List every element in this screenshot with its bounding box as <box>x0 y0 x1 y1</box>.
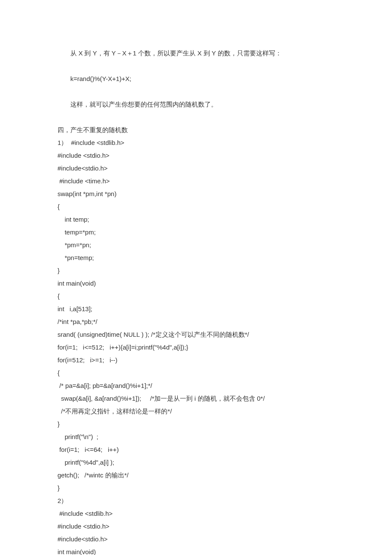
code-line: *pm=*pn; <box>58 239 337 251</box>
code-line: 四，产生不重复的随机数 <box>58 124 337 136</box>
code-line: swap(&a[i], &a[rand()%i+1]); /*加一是从一到 i … <box>58 392 337 405</box>
code-line: /*不用再定义指针，这样结论是一样的*/ <box>58 405 337 418</box>
code-line: printf("%4d",a[i] ); <box>58 456 337 469</box>
code-line: { <box>58 367 337 379</box>
code-line: #include<stdio.h> <box>58 533 337 546</box>
code-line: } <box>58 264 337 277</box>
code-line: getch(); /*wintc 的输出*/ <box>58 469 337 482</box>
code-line: #include <time.h> <box>58 175 337 188</box>
code-line: for(i=1; i<=512; i++){a[i]=i;printf("%4d… <box>58 341 337 354</box>
code-line: swap(int *pm,int *pn) <box>58 188 337 200</box>
blank-line <box>58 60 337 72</box>
code-line: /*int *pa,*pb;*/ <box>58 315 337 328</box>
code-line: temp=*pm; <box>58 226 337 239</box>
paragraph-1: 从 X 到 Y，有 Y－X＋1 个数，所以要产生从 X 到 Y 的数，只需要这样… <box>58 47 337 60</box>
code-line: int temp; <box>58 213 337 226</box>
code-line: } <box>58 482 337 494</box>
code-line: int main(void) <box>58 277 337 290</box>
code-line: /* pa=&a[i]; pb=&a[rand()%i+1];*/ <box>58 379 337 392</box>
code-line: *pn=temp; <box>58 251 337 264</box>
code-line: int i,a[513]; <box>58 303 337 315</box>
blank-line <box>58 111 337 124</box>
document-page: 从 X 到 Y，有 Y－X＋1 个数，所以要产生从 X 到 Y 的数，只需要这样… <box>0 0 392 555</box>
code-line: for(i=512; i>=1; i--) <box>58 354 337 367</box>
code-line: } <box>58 418 337 431</box>
code-line: #include<stdio.h> <box>58 162 337 175</box>
code-line: #include <stdio.h> <box>58 520 337 533</box>
code-line: { <box>58 290 337 303</box>
code-line: srand( (unsigned)time( NULL ) ); /*定义这个可… <box>58 328 337 341</box>
blank-line <box>58 85 337 98</box>
code-line: 2） <box>58 494 337 507</box>
code-line: printf("\n") ; <box>58 431 337 443</box>
code-expr: k=rand()%(Y-X+1)+X; <box>58 72 337 85</box>
code-line: #include <stdlib.h> <box>58 507 337 520</box>
code-line: 1） #include <stdlib.h> <box>58 136 337 149</box>
code-line: #include <stdio.h> <box>58 149 337 162</box>
paragraph-2: 这样，就可以产生你想要的任何范围内的随机数了。 <box>58 98 337 111</box>
code-line: { <box>58 200 337 213</box>
code-line: int main(void) <box>58 546 337 555</box>
code-line: for(i=1; i<=64; i++) <box>58 443 337 456</box>
